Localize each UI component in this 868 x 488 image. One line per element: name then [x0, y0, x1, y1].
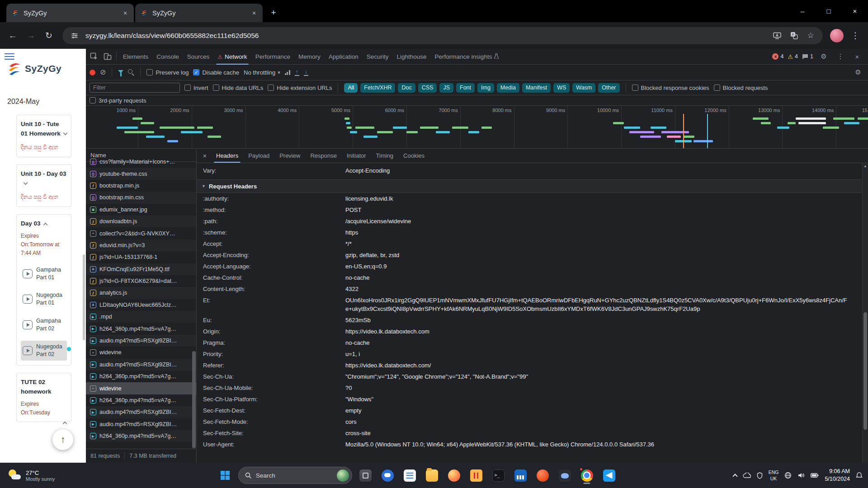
- disable-cache-checkbox[interactable]: ✓: [193, 69, 199, 75]
- battery-icon[interactable]: [811, 473, 819, 478]
- hidden-icons-chevron[interactable]: [733, 473, 737, 478]
- blocked-cookies-option[interactable]: Blocked response cookies: [632, 84, 709, 91]
- preserve-log-option[interactable]: Preserve log: [146, 69, 189, 76]
- request-row[interactable]: ▶audio.mp4?md5=RSXgl9ZBI…: [86, 406, 196, 418]
- video-item[interactable]: Gampaha Part 01: [21, 264, 67, 284]
- taskbar-search[interactable]: Search: [238, 467, 352, 484]
- close-icon[interactable]: ×: [842, 0, 868, 22]
- menu-icon[interactable]: [5, 52, 14, 61]
- invert-option[interactable]: Invert: [184, 84, 208, 91]
- forward-button[interactable]: →: [23, 28, 39, 44]
- devtools-tab-elements[interactable]: Elements: [119, 49, 152, 65]
- chevron-down-icon[interactable]: [63, 131, 67, 135]
- store-app-icon[interactable]: [401, 466, 419, 484]
- filter-chip-media[interactable]: Media: [497, 83, 519, 93]
- hide-extension-urls-checkbox[interactable]: [268, 84, 274, 91]
- brave-icon[interactable]: [533, 466, 552, 484]
- tab-close-icon[interactable]: ×: [250, 9, 258, 17]
- request-row[interactable]: ▣edumix_banner.jpg: [86, 204, 196, 216]
- devtools-tab-application[interactable]: Application: [325, 49, 363, 65]
- detail-tab-initiator[interactable]: Initiator: [342, 149, 371, 163]
- invert-checkbox[interactable]: [184, 84, 191, 91]
- filter-chip-wasm[interactable]: Wasm: [572, 83, 595, 93]
- profile-avatar[interactable]: [830, 29, 844, 42]
- issues-badge[interactable]: 1: [802, 53, 813, 60]
- devtools-tab-console[interactable]: Console: [152, 49, 183, 65]
- request-row[interactable]: ▶h264_360p.mp4?md5=vA7g…: [86, 371, 196, 382]
- vscode-icon[interactable]: [600, 466, 618, 484]
- discord-icon[interactable]: [556, 466, 574, 484]
- volume-icon[interactable]: [797, 472, 805, 479]
- filter-chip-img[interactable]: Img: [477, 83, 494, 93]
- request-row[interactable]: ▶h264_360p.mp4?md5=vA7g…: [86, 394, 196, 406]
- firefox-icon[interactable]: [445, 466, 463, 484]
- sidebar-scrollbar[interactable]: [83, 254, 85, 340]
- filter-chip-all[interactable]: All: [344, 83, 358, 93]
- detail-scrollbar[interactable]: ▲: [862, 163, 868, 463]
- filter-input[interactable]: [90, 83, 180, 93]
- course-card[interactable]: Unit 10 - Tute 01 Homeworkදිනය පසු වී ඇත: [16, 115, 71, 157]
- console-warnings-badge[interactable]: ⚠ 4: [788, 53, 798, 60]
- scroll-up-icon[interactable]: ▲: [863, 164, 868, 168]
- notifications-bell-icon[interactable]: [856, 472, 863, 479]
- request-row[interactable]: ƒbootstrap.min.js: [86, 180, 196, 192]
- request-row[interactable]: ▶audio.mp4?md5=RSXgl9ZBI…: [86, 359, 196, 371]
- detail-tab-payload[interactable]: Payload: [243, 149, 274, 163]
- request-row[interactable]: ▶h264_360p.mp4?md5=vA7g…: [86, 323, 196, 334]
- course-card[interactable]: Day 03Expires On:Tomorrow at 7:44 AMGamp…: [16, 214, 71, 365]
- downloader-pause-icon[interactable]: [467, 466, 485, 484]
- filter-chip-manifest[interactable]: Manifest: [522, 83, 551, 93]
- request-list-scrollbar[interactable]: [192, 351, 196, 448]
- export-har-icon[interactable]: ↑: [295, 69, 299, 76]
- weather-widget[interactable]: 27°C Mostly sunny: [5, 463, 58, 488]
- new-tab-button[interactable]: +: [267, 6, 280, 19]
- video-item[interactable]: Nugegoda Part 02: [21, 341, 67, 361]
- request-row[interactable]: ≡widevine: [86, 347, 196, 358]
- devtools-tab-performance-insights[interactable]: Performance insights: [431, 49, 503, 65]
- import-har-icon[interactable]: ↓: [304, 69, 308, 76]
- devtools-tab-memory[interactable]: Memory: [294, 49, 325, 65]
- maximize-icon[interactable]: □: [816, 0, 842, 22]
- scrollbar-thumb[interactable]: [863, 312, 867, 430]
- course-card[interactable]: TUTE 02 homeworkExpires On:Tuesday: [16, 373, 71, 422]
- request-row[interactable]: ƒanalytics.js: [86, 287, 196, 299]
- search-icon[interactable]: [128, 69, 134, 75]
- request-headers-section[interactable]: ▼ Request Headers: [197, 179, 862, 193]
- devtools-tab-security[interactable]: Security: [363, 49, 393, 65]
- throttling-dropdown[interactable]: No throttling ▾: [244, 69, 280, 76]
- filter-chip-doc[interactable]: Doc: [398, 83, 415, 93]
- app-window-icon[interactable]: [356, 466, 374, 484]
- onedrive-cloud-icon[interactable]: [743, 473, 751, 478]
- detail-tab-cookies[interactable]: Cookies: [398, 149, 429, 163]
- disable-cache-option[interactable]: ✓ Disable cache: [193, 69, 239, 76]
- preserve-log-checkbox[interactable]: [146, 69, 153, 75]
- translate-icon[interactable]: A: [788, 30, 800, 42]
- url-text[interactable]: syzygy.lk/learn/class/view/660b0655882ec…: [85, 32, 766, 40]
- scroll-to-top-button[interactable]: ↑: [52, 429, 73, 450]
- third-party-option[interactable]: 3rd-party requests: [90, 97, 146, 104]
- request-row[interactable]: ƒjs?id=UA-153137768-1: [86, 251, 196, 263]
- network-globe-icon[interactable]: [784, 472, 792, 479]
- chrome-icon[interactable]: [578, 466, 596, 484]
- device-toolbar-icon[interactable]: [101, 51, 114, 62]
- file-explorer-icon[interactable]: [423, 466, 441, 484]
- video-item[interactable]: Nugegoda Part 01: [21, 289, 67, 309]
- reload-button[interactable]: ↻: [41, 28, 57, 44]
- tab-close-icon[interactable]: ×: [121, 9, 129, 17]
- request-row[interactable]: ▶audio.mp4?md5=RSXgl9ZBI…: [86, 418, 196, 430]
- devtools-menu-icon[interactable]: ⋮: [834, 51, 847, 62]
- chevron-down-icon[interactable]: [24, 181, 28, 185]
- chat-app-icon[interactable]: [378, 466, 396, 484]
- filter-chip-ws[interactable]: WS: [553, 83, 570, 93]
- browser-tab[interactable]: SyZyGy×: [135, 4, 263, 22]
- blocked-requests-option[interactable]: Blocked requests: [714, 84, 768, 91]
- detail-tab-preview[interactable]: Preview: [274, 149, 305, 163]
- network-settings-icon[interactable]: ⚙: [852, 66, 864, 78]
- blocked-cookies-checkbox[interactable]: [632, 84, 638, 91]
- request-row[interactable]: {}bootstrap.min.css: [86, 192, 196, 203]
- address-bar[interactable]: syzygy.lk/learn/class/view/660b0655882ec…: [62, 27, 823, 44]
- detail-tab-timing[interactable]: Timing: [371, 149, 399, 163]
- filter-chip-font[interactable]: Font: [456, 83, 475, 93]
- hide-extension-urls-option[interactable]: Hide extension URLs: [268, 84, 332, 91]
- browser-menu-icon[interactable]: ⋮: [847, 28, 863, 44]
